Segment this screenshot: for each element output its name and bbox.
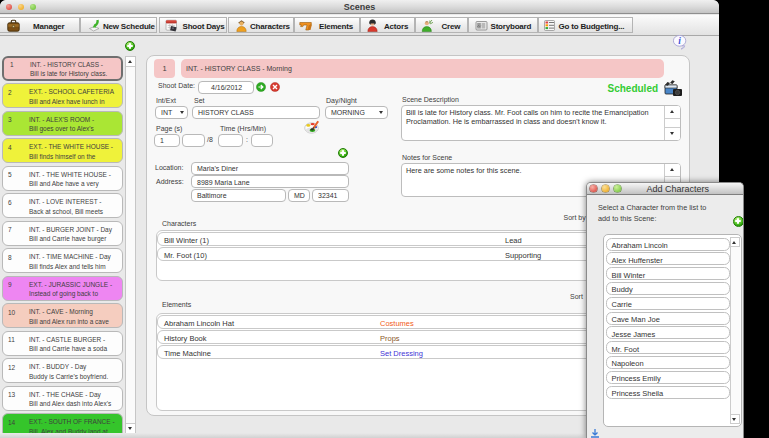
svg-text:i: i bbox=[678, 36, 681, 46]
